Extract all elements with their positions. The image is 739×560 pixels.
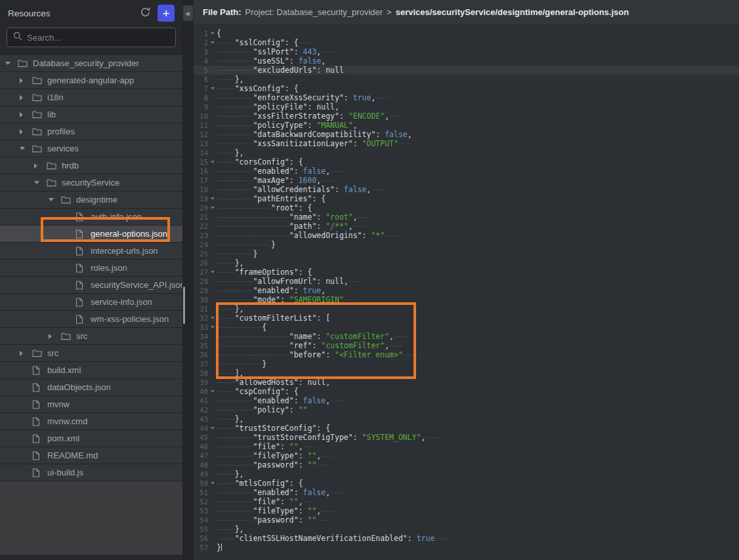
code-line-56[interactable]: 56"clientSSLHostNameVerificationEnabled"…: [194, 534, 739, 543]
tree-item-src[interactable]: src: [0, 328, 182, 345]
fold-arrow-icon[interactable]: [208, 84, 217, 93]
code-line-31[interactable]: 31},: [194, 304, 739, 313]
tree-item-lib[interactable]: lib: [0, 106, 182, 123]
code-line-49[interactable]: 49},: [194, 470, 739, 479]
code-line-20[interactable]: 20"root": {: [194, 203, 739, 212]
tree-item-mvnw[interactable]: mvnw: [0, 396, 182, 413]
code-line-1[interactable]: 1{: [194, 29, 739, 38]
tree-item-ui-build.js[interactable]: ui-build.js: [0, 464, 182, 481]
code-line-4[interactable]: 4"useSSL": false,: [194, 56, 739, 66]
chevron-right-icon[interactable]: [20, 95, 32, 100]
search-input[interactable]: [27, 33, 169, 43]
fold-arrow-icon[interactable]: [208, 323, 217, 332]
code-line-5[interactable]: 5"excludedUrls": null: [194, 66, 739, 75]
code-line-12[interactable]: 12"dataBackwardCompatibility": false,: [194, 130, 739, 139]
code-line-28[interactable]: 28"allowFromUrl": null,: [194, 277, 739, 286]
code-line-27[interactable]: 27"frameOptions": {: [194, 268, 739, 277]
tree-item-service-info.json[interactable]: service-info.json: [0, 294, 182, 311]
chevron-right-icon[interactable]: [20, 112, 32, 117]
code-line-14[interactable]: 14},: [194, 148, 739, 157]
tree-item-wm-xss-policies.json[interactable]: wm-xss-policies.json: [0, 311, 182, 328]
tree-item-securityService[interactable]: securityService: [0, 174, 182, 191]
code-line-11[interactable]: 11"policyType": "MANUAL",: [194, 121, 739, 130]
tree-item-hrdb[interactable]: hrdb: [0, 157, 182, 174]
code-line-43[interactable]: 43},: [194, 414, 739, 424]
chevron-right-icon[interactable]: [20, 78, 32, 83]
code-line-7[interactable]: 7"xssConfig": {: [194, 84, 739, 93]
code-editor[interactable]: 1{2"sslConfig": {3"sslPort": 443,4"useSS…: [194, 25, 739, 560]
code-line-36[interactable]: 36"before": "<Filter enum>": [194, 350, 739, 359]
code-line-47[interactable]: 47"fileType": "",: [194, 451, 739, 460]
code-line-48[interactable]: 48"password": "": [194, 460, 739, 470]
fold-arrow-icon[interactable]: [208, 387, 217, 396]
tree-item-build.xml[interactable]: build.xml: [0, 362, 182, 379]
tree-item-profiles[interactable]: profiles: [0, 123, 182, 140]
code-line-3[interactable]: 3"sslPort": 443,: [194, 47, 739, 56]
add-resource-button[interactable]: +: [158, 5, 175, 22]
sidebar-scrollbar-thumb[interactable]: [183, 287, 185, 324]
code-line-18[interactable]: 18"allowCredentials": false,: [194, 185, 739, 194]
tree-item-Database_security_provider[interactable]: Database_security_provider: [0, 55, 182, 72]
tree-item-mvnw.cmd[interactable]: mvnw.cmd: [0, 413, 182, 430]
tree-item-dataObjects.json[interactable]: dataObjects.json: [0, 379, 182, 396]
fold-arrow-icon[interactable]: [208, 29, 217, 38]
code-line-35[interactable]: 35"ref": "customFilter",: [194, 341, 739, 350]
code-line-57[interactable]: 57}: [194, 543, 739, 552]
tree-item-i18n[interactable]: i18n: [0, 89, 182, 106]
code-line-30[interactable]: 30"mode": "SAMEORIGIN": [194, 295, 739, 304]
code-line-33[interactable]: 33{: [194, 323, 739, 332]
code-line-39[interactable]: 39"allowedHosts": null,: [194, 378, 739, 387]
code-line-51[interactable]: 51"enabled": false,: [194, 488, 739, 497]
refresh-button[interactable]: [140, 7, 151, 20]
code-line-40[interactable]: 40"cspConfig": {: [194, 387, 739, 396]
tree-item-designtime[interactable]: designtime: [0, 191, 182, 209]
code-line-23[interactable]: 23"allowedOrigins": "*": [194, 231, 739, 240]
code-line-52[interactable]: 52"file": "",: [194, 497, 739, 506]
code-line-46[interactable]: 46"file": "",: [194, 442, 739, 451]
tree-item-pom.xml[interactable]: pom.xml: [0, 430, 182, 447]
code-line-26[interactable]: 26},: [194, 258, 739, 268]
code-line-42[interactable]: 42"policy": "": [194, 405, 739, 414]
chevron-right-icon[interactable]: [34, 163, 47, 169]
code-line-21[interactable]: 21"name": "root",: [194, 212, 739, 222]
tree-item-src[interactable]: src: [0, 345, 182, 362]
code-line-16[interactable]: 16"enabled": false,: [194, 167, 739, 176]
fold-arrow-icon[interactable]: [208, 424, 217, 433]
fold-arrow-icon[interactable]: [208, 479, 217, 488]
tree-item-README.md[interactable]: README.md: [0, 447, 182, 464]
chevron-down-icon[interactable]: [20, 147, 32, 150]
code-line-6[interactable]: 6},: [194, 75, 739, 84]
code-line-38[interactable]: 38],: [194, 369, 739, 378]
code-line-29[interactable]: 29"enabled": true,: [194, 286, 739, 295]
search-box[interactable]: [7, 28, 176, 47]
fold-arrow-icon[interactable]: [208, 203, 217, 212]
tree-item-services[interactable]: services: [0, 140, 182, 157]
code-line-13[interactable]: 13"xssSanitizationLayer": "OUTPUT": [194, 139, 739, 148]
fold-arrow-icon[interactable]: [208, 157, 217, 167]
code-line-32[interactable]: 32"customFilterList": [: [194, 313, 739, 323]
tree-item-intercept-urls.json[interactable]: intercept-urls.json: [0, 243, 182, 260]
code-line-41[interactable]: 41"enabled": false,: [194, 396, 739, 405]
code-line-25[interactable]: 25}: [194, 249, 739, 258]
code-line-2[interactable]: 2"sslConfig": {: [194, 38, 739, 47]
chevron-right-icon[interactable]: [20, 351, 32, 356]
code-line-10[interactable]: 10"xssFilterStrategy": "ENCODE",: [194, 111, 739, 121]
code-line-55[interactable]: 55},: [194, 525, 739, 534]
tree-item-securityService_API.json[interactable]: securityService_API.json: [0, 277, 182, 294]
code-line-44[interactable]: 44"trustStoreConfig": {: [194, 424, 739, 433]
code-line-53[interactable]: 53"fileType": "",: [194, 506, 739, 515]
chevron-down-icon[interactable]: [34, 181, 47, 184]
code-line-15[interactable]: 15"corsConfig": {: [194, 157, 739, 167]
code-line-19[interactable]: 19"pathEntries": {: [194, 194, 739, 203]
chevron-down-icon[interactable]: [5, 62, 18, 65]
fold-arrow-icon[interactable]: [208, 194, 217, 203]
code-line-17[interactable]: 17"maxAge": 1600,: [194, 176, 739, 185]
code-line-50[interactable]: 50"mtlsConfig": {: [194, 479, 739, 488]
code-line-9[interactable]: 9"policyFile": null,: [194, 102, 739, 111]
fold-arrow-icon[interactable]: [208, 38, 217, 47]
tree-item-auth-info.json[interactable]: auth-info.json: [0, 209, 182, 226]
fold-arrow-icon[interactable]: [208, 313, 217, 323]
tree-item-roles.json[interactable]: roles.json: [0, 260, 182, 277]
collapse-sidebar-button[interactable]: «: [183, 5, 193, 21]
tree-item-generated-angular-app[interactable]: generated-angular-app: [0, 72, 182, 89]
